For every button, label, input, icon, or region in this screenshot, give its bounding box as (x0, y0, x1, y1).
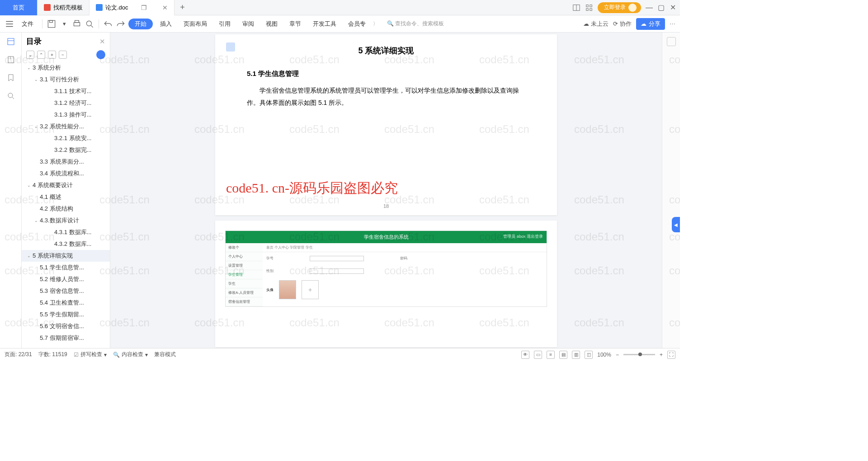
layout-icon[interactable] (572, 4, 580, 12)
zoom-in-button[interactable]: + (660, 352, 663, 358)
sidebar-header: 目录 ✕ (22, 33, 110, 48)
print-preview-icon[interactable] (85, 19, 94, 29)
menu-file[interactable]: 文件 (17, 18, 38, 30)
more-menu-icon[interactable]: ⋯ (670, 20, 675, 27)
expand-all-icon[interactable]: ⌃ (37, 51, 45, 59)
menu-review[interactable]: 审阅 (238, 18, 259, 30)
menu-member[interactable]: 会员专 (344, 18, 370, 30)
outline-item[interactable]: ⌄3.1 可行性分析 (22, 74, 110, 85)
compat-mode[interactable]: 兼容模式 (154, 351, 176, 358)
fullscreen-icon[interactable]: ⛶ (667, 351, 675, 359)
menu-layout[interactable]: 页面布局 (179, 18, 212, 30)
outline-item[interactable]: 5.2 维修人员管... (22, 273, 110, 285)
outline-item[interactable]: 3.2.1 系统安... (22, 132, 110, 144)
outline-item[interactable]: 5.3 宿舍信息管... (22, 285, 110, 297)
menu-insert[interactable]: 插入 (156, 18, 176, 30)
menu-chapter[interactable]: 章节 (285, 18, 306, 30)
outline-item[interactable]: ⌄5 系统详细实现 (22, 250, 110, 262)
sshot-label: 头像 (266, 287, 274, 292)
save-dropdown-icon[interactable]: ▾ (59, 19, 69, 29)
outline-item[interactable]: ⌄3.2 系统性能分... (22, 121, 110, 132)
eye-icon[interactable]: 👁 (521, 351, 529, 359)
maximize-button[interactable]: ▢ (657, 4, 665, 11)
svg-rect-9 (75, 20, 79, 22)
word-count[interactable]: 字数: 11519 (38, 351, 67, 358)
page-indicator[interactable]: 页面: 22/31 (5, 351, 32, 358)
collapse-all-icon[interactable]: ⌄ (26, 51, 34, 59)
add-heading-icon[interactable]: + (48, 51, 56, 59)
minimize-button[interactable]: — (646, 4, 653, 11)
document-page: 5 系统详细实现 5.1 学生信息管理 学生宿舍信息管理系统的系统管理员可以管理… (215, 34, 557, 215)
outline-item[interactable]: ⌄4 系统概要设计 (22, 179, 110, 191)
print-icon[interactable] (72, 19, 82, 29)
cloud-status[interactable]: ☁ 未上云 (583, 20, 609, 28)
outline-item[interactable]: 5.1 学生信息管... (22, 262, 110, 273)
avatar-icon (628, 4, 637, 12)
cloud-label: 未上云 (591, 20, 609, 28)
redo-icon[interactable] (116, 19, 126, 29)
view-page-icon[interactable]: ▭ (534, 351, 542, 359)
document-canvas[interactable]: 5 系统详细实现 5.1 学生信息管理 学生宿舍信息管理系统的系统管理员可以管理… (110, 33, 662, 348)
outline-item[interactable]: 3.1.1 技术可... (22, 85, 110, 97)
content-check-button[interactable]: 🔍内容检查 ▾ (113, 351, 148, 358)
login-button[interactable]: 立即登录 (598, 2, 641, 13)
outline-item[interactable]: 4.3.2 数据库... (22, 238, 110, 250)
menu-devtools[interactable]: 开发工具 (308, 18, 341, 30)
outline-item[interactable]: 4.3.1 数据库... (22, 226, 110, 238)
search-icon[interactable] (6, 91, 15, 100)
new-tab-button[interactable]: + (175, 3, 191, 12)
outline-item[interactable]: ⌄4.3.数据库设计 (22, 215, 110, 226)
outline-item[interactable]: 5.4 卫生检查管... (22, 297, 110, 309)
close-window-button[interactable]: ✕ (669, 4, 676, 11)
save-icon[interactable] (47, 19, 57, 29)
tab-document[interactable]: 论文.doc❐✕ (90, 0, 175, 15)
outline-item[interactable]: 3.1.2 经济可... (22, 97, 110, 109)
doc-heading-3: 5.1 学生信息管理 (247, 70, 525, 78)
doc-paragraph: 学生宿舍信息管理系统的系统管理员可以管理学生，可以对学生信息添加修改删除以及查询… (247, 85, 525, 108)
bookmark-section-icon[interactable] (6, 55, 15, 64)
view-web-icon[interactable]: ▤ (559, 351, 567, 359)
tab-home[interactable]: 首页 (0, 0, 38, 15)
menu-view[interactable]: 视图 (261, 18, 282, 30)
doc-heading-2: 5 系统详细实现 (247, 45, 525, 56)
zoom-slider[interactable] (623, 354, 655, 355)
outline-item[interactable]: 4.1 概述 (22, 191, 110, 203)
outline-item[interactable]: 5.7 假期留宿审... (22, 332, 110, 344)
zoom-fit-icon[interactable]: ◫ (585, 351, 593, 359)
hamburger-icon[interactable] (5, 19, 14, 29)
outline-item[interactable]: 3.3 系统界面分... (22, 156, 110, 168)
zoom-level[interactable]: 100% (597, 352, 611, 358)
view-outline-icon[interactable]: ≡ (547, 351, 555, 359)
outline-item[interactable]: 3.4 系统流程和... (22, 168, 110, 179)
side-fab[interactable]: ◀ (672, 217, 680, 232)
tab-template[interactable]: 找稻壳模板 (38, 0, 90, 15)
apps-icon[interactable] (585, 4, 593, 12)
share-button[interactable]: ☁ 分享 (636, 18, 665, 30)
sync-icon[interactable] (96, 50, 105, 59)
outline-item[interactable]: 3.1.3 操作可... (22, 109, 110, 121)
close-icon[interactable]: ✕ (162, 4, 168, 11)
menu-reference[interactable]: 引用 (214, 18, 235, 30)
zoom-out-button[interactable]: − (616, 352, 619, 358)
close-icon[interactable]: ✕ (99, 38, 105, 46)
collab-button[interactable]: ⟳ 协作 (613, 20, 632, 28)
outline-item[interactable]: ⌄3 系统分析 (22, 62, 110, 74)
undo-icon[interactable] (103, 19, 113, 29)
search-command[interactable]: 🔍 查找命令、搜索模板 (387, 20, 444, 28)
bookmark-icon[interactable] (6, 73, 15, 82)
float-window-icon[interactable]: ❐ (141, 4, 147, 11)
spellcheck-button[interactable]: ☑拼写检查 ▾ (74, 351, 107, 358)
outline-item[interactable]: 3.2.2 数据完... (22, 144, 110, 156)
outline-item[interactable]: 5.6 文明宿舍信... (22, 320, 110, 332)
menu-start[interactable]: 开始 (128, 19, 153, 29)
page-tool-icon[interactable] (226, 42, 235, 52)
outline-item[interactable]: 4.2 系统结构 (22, 203, 110, 215)
svg-point-13 (8, 93, 13, 98)
outline-icon[interactable] (6, 37, 15, 46)
panel-toggle-icon[interactable] (667, 37, 676, 46)
outline-item[interactable]: 5.5 学生假期留... (22, 309, 110, 320)
remove-heading-icon[interactable]: − (59, 51, 67, 59)
view-read-icon[interactable]: ▥ (572, 351, 580, 359)
chevron-right-icon[interactable]: 〉 (373, 20, 378, 27)
word-icon (96, 4, 103, 11)
